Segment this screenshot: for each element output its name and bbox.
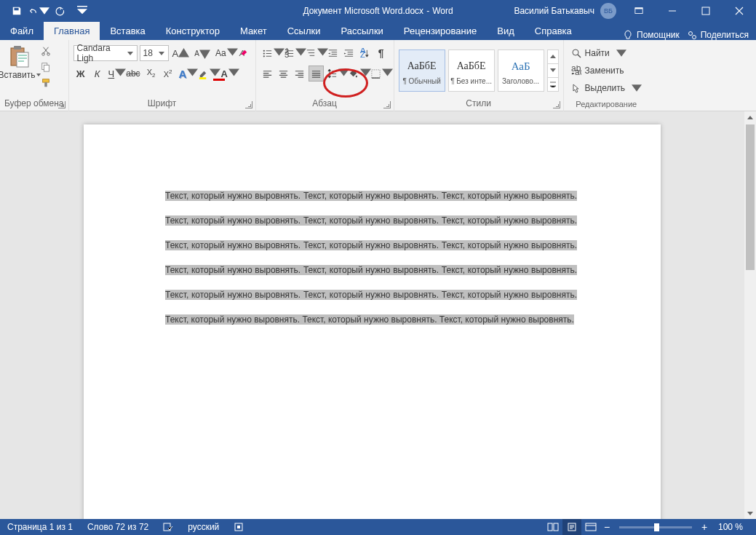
clipboard-launcher[interactable]: [58, 101, 65, 108]
show-marks-button[interactable]: ¶: [374, 45, 389, 61]
borders-button[interactable]: [369, 66, 389, 82]
group-paragraph-label: Абзац: [260, 98, 389, 110]
font-launcher[interactable]: [245, 101, 252, 108]
scroll-thumb[interactable]: [746, 124, 755, 270]
tab-design[interactable]: Конструктор: [156, 22, 230, 40]
close-button[interactable]: [723, 0, 756, 22]
zoom-in-button[interactable]: +: [698, 519, 711, 535]
find-button[interactable]: Найти: [568, 45, 645, 61]
undo-button[interactable]: [28, 0, 49, 22]
document-paragraph[interactable]: Текст, который нужно выровнять. Текст, к…: [165, 183, 577, 331]
shrink-font-button[interactable]: A: [193, 45, 212, 61]
change-case-button[interactable]: Aa: [214, 45, 234, 61]
print-layout-button[interactable]: [562, 519, 581, 535]
scroll-down-button[interactable]: [744, 507, 756, 519]
user-avatar[interactable]: ВБ: [600, 3, 616, 19]
superscript-button[interactable]: X2: [161, 66, 175, 82]
styles-gallery-more[interactable]: [547, 49, 559, 92]
spell-check-icon[interactable]: [156, 519, 180, 535]
title-bar: Документ Microsoft Word.docx - Word Васи…: [0, 0, 756, 22]
zoom-slider[interactable]: [619, 526, 692, 528]
web-layout-button[interactable]: [581, 519, 600, 535]
svg-text:3: 3: [285, 50, 289, 59]
quick-access-toolbar: [0, 0, 93, 22]
tab-insert[interactable]: Вставка: [100, 22, 155, 40]
language[interactable]: русский: [180, 519, 226, 535]
format-painter-button[interactable]: [38, 76, 54, 90]
justify-button[interactable]: [309, 66, 324, 82]
sort-button[interactable]: AZ: [358, 45, 373, 61]
decrease-indent-button[interactable]: [326, 45, 341, 61]
word-count[interactable]: Слово 72 из 72: [80, 519, 156, 535]
zoom-out-button[interactable]: −: [600, 519, 613, 535]
tab-view[interactable]: Вид: [487, 22, 525, 40]
svg-rect-32: [554, 523, 558, 531]
group-clipboard-label: Буфер обмена: [4, 98, 64, 110]
paste-button[interactable]: Вставить: [4, 42, 35, 80]
share-button[interactable]: Поделиться: [687, 30, 749, 40]
tab-layout[interactable]: Макет: [230, 22, 277, 40]
font-color-button[interactable]: A: [219, 66, 235, 82]
tab-references[interactable]: Ссылки: [277, 22, 331, 40]
tell-me-button[interactable]: Помощник: [623, 30, 680, 40]
tab-file[interactable]: Файл: [0, 22, 44, 40]
font-name-combo[interactable]: Candara Ligh: [73, 45, 138, 61]
underline-button[interactable]: Ч: [107, 66, 123, 82]
page: Текст, который нужно выровнять. Текст, к…: [84, 124, 661, 519]
line-spacing-button[interactable]: [325, 66, 346, 82]
increase-indent-button[interactable]: [342, 45, 357, 61]
zoom-level[interactable]: 100 %: [711, 519, 756, 535]
svg-rect-24: [371, 69, 379, 77]
clear-formatting-button[interactable]: A: [236, 45, 251, 61]
strikethrough-button[interactable]: abc: [124, 66, 141, 82]
save-button[interactable]: [6, 0, 28, 22]
svg-rect-1: [635, 8, 642, 9]
styles-launcher[interactable]: [553, 101, 560, 108]
grow-font-button[interactable]: A: [171, 45, 191, 61]
user-name[interactable]: Василий Батькавыч: [508, 6, 600, 16]
svg-point-3: [688, 32, 692, 36]
tab-review[interactable]: Рецензирование: [394, 22, 487, 40]
bold-button[interactable]: Ж: [73, 66, 88, 82]
vertical-scrollbar[interactable]: [744, 111, 756, 519]
redo-button[interactable]: [49, 0, 71, 22]
numbering-button[interactable]: 123: [282, 45, 303, 61]
svg-point-16: [263, 49, 264, 51]
app-name: Word: [432, 6, 453, 16]
bullets-button[interactable]: [260, 45, 281, 61]
svg-rect-12: [43, 79, 49, 82]
italic-button[interactable]: К: [90, 66, 105, 82]
text-effects-button[interactable]: A: [178, 66, 195, 82]
style-normal[interactable]: АаБбЕ¶ Обычный: [399, 49, 445, 92]
selected-text: Текст, который нужно выровнять. Текст, к…: [165, 191, 577, 325]
qat-customize-button[interactable]: [71, 0, 93, 22]
align-center-button[interactable]: [276, 66, 291, 82]
tab-home[interactable]: Главная: [44, 22, 100, 40]
style-no-spacing[interactable]: АаБбЕ¶ Без инте...: [448, 49, 495, 92]
select-button[interactable]: Выделить: [568, 80, 645, 96]
window-title: Документ Microsoft Word.docx - Word: [303, 6, 453, 16]
align-left-button[interactable]: [260, 66, 275, 82]
document-area[interactable]: Текст, который нужно выровнять. Текст, к…: [0, 111, 744, 519]
subscript-button[interactable]: X2: [144, 66, 159, 82]
copy-button[interactable]: [38, 60, 54, 74]
tab-help[interactable]: Справка: [525, 22, 582, 40]
tab-mailings[interactable]: Рассылки: [330, 22, 393, 40]
align-right-button[interactable]: [293, 66, 307, 82]
scroll-up-button[interactable]: [744, 111, 756, 123]
ribbon-display-button[interactable]: [622, 0, 656, 22]
paragraph-launcher[interactable]: [383, 101, 391, 108]
maximize-button[interactable]: [689, 0, 723, 22]
multilevel-list-button[interactable]: [304, 45, 325, 61]
font-size-combo[interactable]: 18: [140, 45, 169, 61]
shading-button[interactable]: [347, 66, 367, 82]
style-heading1[interactable]: АаБЗаголово...: [498, 49, 544, 92]
read-mode-button[interactable]: [544, 519, 562, 535]
cut-button[interactable]: [38, 44, 54, 58]
minimize-button[interactable]: [656, 0, 689, 22]
page-number[interactable]: Страница 1 из 1: [0, 519, 80, 535]
macro-icon[interactable]: [226, 519, 251, 535]
replace-button[interactable]: abacЗаменить: [568, 63, 645, 79]
svg-text:ac: ac: [575, 67, 581, 76]
svg-text:Z: Z: [360, 50, 365, 59]
